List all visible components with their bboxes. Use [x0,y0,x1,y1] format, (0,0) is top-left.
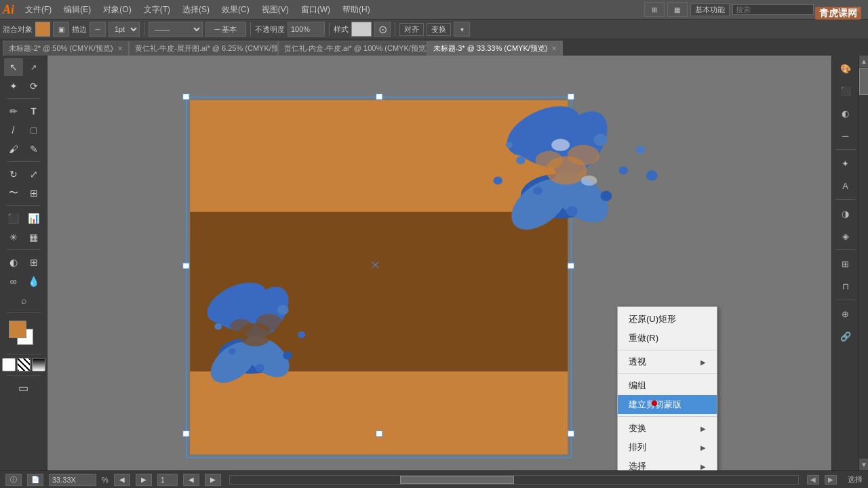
right-panel-btn-7[interactable]: ◈ [835,226,856,246]
scrollbar-down-btn[interactable]: ▼ [859,458,868,470]
pencil-btn[interactable]: ✎ [24,140,43,158]
zoom-next-btn[interactable]: ▶ [136,474,152,486]
graph-btn[interactable]: 📊 [24,209,43,227]
stroke-style-select[interactable]: —— [149,22,203,37]
menu-object[interactable]: 对象(O) [98,3,136,17]
gradient-btn[interactable]: ◐ [4,253,23,271]
menu-help[interactable]: 帮助(H) [337,3,376,17]
menu-window[interactable]: 窗口(W) [296,3,336,17]
svg-point-25 [232,306,241,314]
right-panel-btn-5[interactable]: A [835,176,856,196]
magic-wand-btn[interactable]: ✦ [4,77,23,95]
sym-spray-btn[interactable]: ✳ [4,228,23,246]
scroll-right-btn[interactable]: ▶ [825,475,837,485]
fill-swatch[interactable] [35,22,50,37]
scrollbar-thumb-v[interactable] [859,68,868,95]
magnify-btn[interactable]: ⌕ [14,291,33,309]
blend-btn[interactable]: ∞ [4,272,23,290]
scale-btn[interactable]: ⤢ [24,165,43,183]
menu-select[interactable]: 选择(S) [177,3,215,17]
opacity-input[interactable] [288,22,325,37]
tab-close-0[interactable]: ✕ [117,45,123,52]
menu-view[interactable]: 视图(V) [256,3,294,17]
right-scrollbar[interactable]: ▲ ▼ [859,56,868,470]
bottom-scrollbar[interactable] [229,475,799,485]
mesh-btn[interactable]: ⊞ [24,253,43,271]
transform-button[interactable]: 变换 [427,23,451,36]
screen-mode-btn[interactable]: ▭ [14,379,33,396]
pattern-btn[interactable] [17,358,31,371]
rect-tool-btn[interactable]: □ [24,121,43,139]
ctx-select[interactable]: 选择 ▶ [618,457,717,470]
close-button[interactable]: ✕ [850,5,865,15]
menu-edit[interactable]: 编辑(E) [58,3,96,17]
eyedropper-btn[interactable]: 💧 [24,272,43,290]
color-wheel-btn[interactable]: ⊙ [374,22,391,37]
paintbrush-btn[interactable]: 🖌 [4,140,23,158]
ctx-perspective[interactable]: 透视 ▶ [618,352,717,371]
right-panel-btn-10[interactable]: ⊕ [835,304,856,324]
maximize-button[interactable]: □ [833,5,847,15]
right-panel-btn-4[interactable]: ✦ [835,153,856,174]
lasso-btn[interactable]: ⟳ [24,77,43,95]
fill-type-btn[interactable]: ▣ [53,22,69,37]
select-tool-btn[interactable]: ↖ [4,58,23,76]
status-doc-btn[interactable]: 📄 [27,474,43,486]
scrollbar-thumb-h[interactable] [400,476,514,484]
status-info-btn[interactable]: ⓘ [5,474,22,486]
ctx-group[interactable]: 编组 [618,376,717,395]
arrange-icon-btn[interactable]: ⊞ [644,2,665,17]
menu-file[interactable]: 文件(F) [20,3,57,17]
ctx-undo[interactable]: 还原(U)矩形 [618,310,717,329]
type-tool-btn[interactable]: T [24,102,43,120]
tab-3[interactable]: 未标题-3* @ 33.33% (CMYK/预览) ✕ [427,41,564,56]
ctx-arrange[interactable]: 排列 ▶ [618,438,717,457]
right-panel-btn-2[interactable]: ◐ [835,103,856,123]
nav-right-btn[interactable]: ▶ [205,474,221,486]
zoom-prev-btn[interactable]: ◀ [114,474,130,486]
stroke-profile-btn[interactable]: ─ 基本 [205,22,246,37]
direct-select-btn[interactable]: ↗ [24,58,43,76]
normal-mode-btn[interactable] [2,358,16,371]
shape-build-btn[interactable]: ⬛ [4,209,23,227]
search-input[interactable] [732,4,814,15]
panel-icon-btn[interactable]: ▦ [667,2,688,17]
tab-close-3[interactable]: ✕ [551,45,557,52]
right-panel-btn-11[interactable]: 🔗 [835,326,856,346]
menu-effect[interactable]: 效果(C) [216,3,255,17]
ctx-redo[interactable]: 重做(R) [618,329,717,348]
minimize-button[interactable]: ─ [816,5,831,15]
line-tool-btn[interactable]: / [4,121,23,139]
canvas-area[interactable]: 还原(U)矩形 重做(R) 透视 ▶ 编组 建立剪切蒙版 变换 ▶ [47,56,831,470]
column-graph-btn[interactable]: ▦ [24,228,43,246]
scrollbar-up-btn[interactable]: ▲ [859,56,868,68]
nav-left-btn[interactable]: ◀ [183,474,199,486]
right-panel-btn-3[interactable]: ─ [835,125,856,146]
grad-fill-btn[interactable] [32,358,45,371]
right-panel-btn-9[interactable]: ⊓ [835,276,856,296]
stroke-weight-btn[interactable]: ─ [90,22,106,37]
ctx-transform[interactable]: 变换 ▶ [618,419,717,438]
style-swatch[interactable] [351,22,372,37]
tab-0[interactable]: 未标题-2* @ 50% (CMYK/预览) ✕ [3,41,129,56]
right-panel-btn-6[interactable]: ◑ [835,203,856,224]
transform-options-btn[interactable]: ▾ [454,22,470,37]
zoom-input[interactable] [49,474,96,486]
right-panel-btn-0[interactable]: 🎨 [835,58,856,79]
page-number-input[interactable] [157,474,178,486]
stroke-width-select[interactable]: 1pt2pt [108,22,140,37]
warp-btn[interactable]: 〜 [4,184,23,202]
right-panel-btn-8[interactable]: ⊞ [835,253,856,274]
align-button[interactable]: 对齐 [399,23,424,36]
tab-2[interactable]: 贡仁礼-内盒-牛皮.ai* @ 100% (CMYK/预览) ✕ [278,41,427,56]
tab-1[interactable]: 黄仁礼-牛皮-展开图.ai* @ 6.25% (CMYK/预览) ✕ [129,41,278,56]
scroll-left-btn[interactable]: ◀ [807,475,819,485]
right-panel-btn-1[interactable]: ⬛ [835,81,856,101]
workspace-dropdown[interactable]: 基本功能 [690,3,730,16]
pen-tool-btn[interactable]: ✏ [4,102,23,120]
ctx-clipping-mask[interactable]: 建立剪切蒙版 [618,395,717,414]
fill-color-swatch[interactable] [9,321,26,338]
menu-text[interactable]: 文字(T) [138,3,176,17]
rotate-btn[interactable]: ↻ [4,165,23,183]
free-transform-btn[interactable]: ⊞ [24,184,43,202]
